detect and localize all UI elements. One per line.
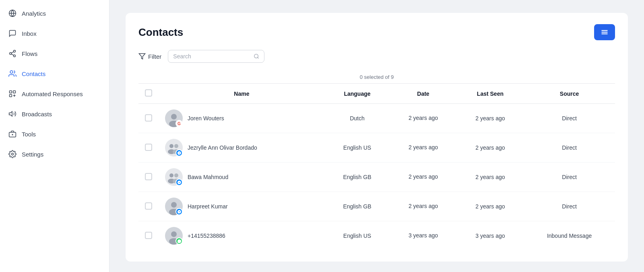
row-name-cell: Jezrylle Ann Olivar Bordado <box>159 133 325 163</box>
select-all-checkbox[interactable] <box>145 89 152 97</box>
sidebar-item-broadcasts[interactable]: Broadcasts <box>0 104 109 124</box>
row-source: Direct <box>524 163 615 192</box>
search-input[interactable] <box>173 53 250 60</box>
sidebar-label-contacts: Contacts <box>22 70 45 77</box>
contact-name: +14155238886 <box>188 233 225 239</box>
svg-point-29 <box>174 173 178 177</box>
row-language: Dutch <box>325 104 390 133</box>
sidebar-label-automated-responses: Automated Responses <box>22 91 83 97</box>
row-checkbox-cell <box>138 192 159 221</box>
row-last-seen: 2 years ago <box>457 163 524 192</box>
svg-point-17 <box>254 54 258 58</box>
contact-name: Harpreet Kumar <box>188 203 228 210</box>
svg-point-35 <box>171 231 177 237</box>
row-name-cell: Bawa Mahmoud <box>159 163 325 192</box>
row-checkbox[interactable] <box>145 173 152 180</box>
col-language: Language <box>325 84 390 104</box>
row-checkbox[interactable] <box>145 144 152 151</box>
sidebar-item-contacts[interactable]: Contacts <box>0 64 109 84</box>
table-row: Harpreet Kumar English GB 2 years ago 2 … <box>138 192 615 221</box>
table-row: Bawa Mahmoud English GB 2 years ago 2 ye… <box>138 163 615 192</box>
hamburger-icon <box>601 28 609 36</box>
inbox-icon <box>8 29 17 38</box>
main-content: Contacts Filter <box>109 0 644 272</box>
sidebar-label-inbox: Inbox <box>22 30 37 37</box>
row-checkbox-cell <box>138 104 159 133</box>
analytics-icon <box>8 9 17 18</box>
selection-info: 0 selected of 9 <box>138 71 615 84</box>
contact-name: Joren Wouters <box>188 115 224 122</box>
row-source: Direct <box>524 133 615 163</box>
svg-point-32 <box>171 202 177 208</box>
contact-name: Bawa Mahmoud <box>188 174 228 180</box>
row-checkbox-cell <box>138 163 159 192</box>
svg-point-27 <box>169 173 173 177</box>
row-language: English GB <box>325 163 390 192</box>
svg-point-22 <box>169 144 173 148</box>
row-source: Inbound Message <box>524 221 615 251</box>
sidebar-label-settings: Settings <box>22 151 43 158</box>
row-checkbox-cell <box>138 221 159 251</box>
svg-point-4 <box>10 71 13 74</box>
row-checkbox[interactable] <box>145 202 152 210</box>
tools-icon <box>8 130 17 138</box>
row-source: Direct <box>524 104 615 133</box>
row-language: English GB <box>325 192 390 221</box>
contact-name: Jezrylle Ann Olivar Bordado <box>188 144 257 151</box>
whatsapp-badge <box>175 237 183 245</box>
sidebar-item-flows[interactable]: Flows <box>0 43 109 64</box>
avatar: G <box>165 109 183 127</box>
row-name-cell: Harpreet Kumar <box>159 192 325 221</box>
broadcasts-icon <box>8 109 17 118</box>
row-name-cell: G Joren Wouters <box>159 104 325 133</box>
table-row: Jezrylle Ann Olivar Bordado English US 2… <box>138 133 615 163</box>
row-date: 2 years ago <box>390 133 456 163</box>
contacts-panel: Contacts Filter <box>126 13 628 262</box>
sidebar-item-tools[interactable]: Tools <box>0 124 109 144</box>
contacts-icon <box>8 69 17 78</box>
svg-point-3 <box>14 55 16 57</box>
row-source: Direct <box>524 192 615 221</box>
row-checkbox[interactable] <box>145 114 152 122</box>
contacts-table: Name Language Date Last Seen Source <box>138 84 615 250</box>
svg-point-19 <box>171 114 177 120</box>
avatar <box>165 227 183 245</box>
col-source: Source <box>524 84 615 104</box>
svg-rect-6 <box>13 91 16 93</box>
row-last-seen: 2 years ago <box>457 133 524 163</box>
row-last-seen: 2 years ago <box>457 192 524 221</box>
messenger-badge <box>175 179 183 186</box>
svg-marker-16 <box>139 54 145 59</box>
filter-button[interactable]: Filter <box>138 53 161 60</box>
col-last-seen: Last Seen <box>457 84 524 104</box>
row-last-seen: 3 years ago <box>457 221 524 251</box>
sidebar-item-settings[interactable]: Settings <box>0 144 109 164</box>
sidebar-item-automated-responses[interactable]: Automated Responses <box>0 84 109 104</box>
sidebar-label-broadcasts: Broadcasts <box>22 111 52 117</box>
sidebar: Analytics Inbox Flows C <box>0 0 109 272</box>
search-box <box>168 50 264 63</box>
sidebar-label-tools: Tools <box>22 131 36 138</box>
sidebar-item-inbox[interactable]: Inbox <box>0 23 109 43</box>
svg-rect-7 <box>10 95 12 97</box>
svg-point-12 <box>12 153 14 155</box>
filter-label: Filter <box>148 53 161 60</box>
flows-icon <box>8 49 17 58</box>
col-name: Name <box>159 84 325 104</box>
svg-point-2 <box>10 53 12 55</box>
row-checkbox-cell <box>138 133 159 163</box>
row-checkbox[interactable] <box>145 232 152 239</box>
menu-button[interactable] <box>594 24 615 40</box>
col-date: Date <box>390 84 456 104</box>
row-date: 2 years ago <box>390 163 456 192</box>
messenger-badge <box>175 208 183 215</box>
avatar <box>165 198 183 215</box>
google-badge: G <box>175 120 183 127</box>
row-language: English US <box>325 221 390 251</box>
row-language: English US <box>325 133 390 163</box>
row-name-cell: +14155238886 <box>159 221 325 251</box>
panel-header: Contacts <box>138 24 615 40</box>
page-title: Contacts <box>138 26 183 39</box>
settings-icon <box>8 150 17 159</box>
sidebar-item-analytics[interactable]: Analytics <box>0 3 109 23</box>
